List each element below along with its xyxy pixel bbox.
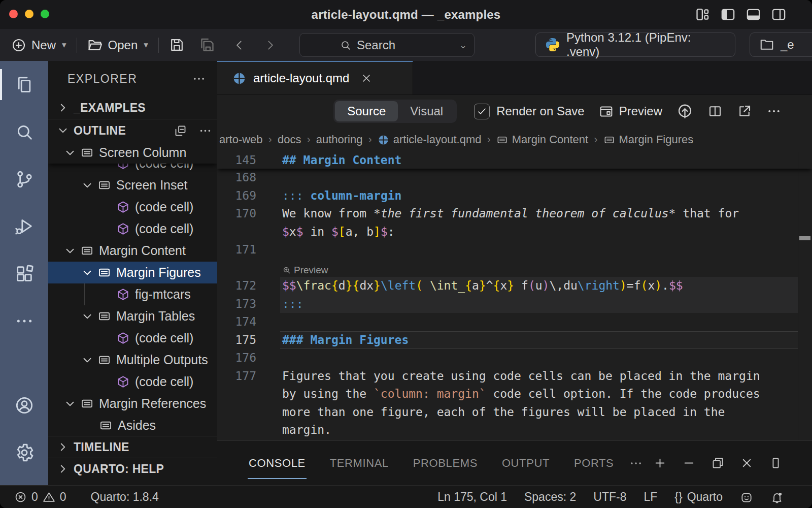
codelens-preview[interactable]: Preview [217, 259, 812, 277]
activity-debug[interactable] [0, 203, 48, 250]
outline-item-code-cell[interactable]: (code cell) [48, 371, 217, 393]
outline-item-margin-content[interactable]: Margin Content [48, 240, 217, 262]
breadcrumb-item[interactable]: Margin Content [496, 133, 588, 146]
breadcrumb-item[interactable]: docs [278, 133, 301, 146]
chevron-down-icon [81, 266, 94, 279]
more-actions-icon[interactable] [766, 104, 782, 119]
panel-tab-console[interactable]: CONSOLE [236, 441, 318, 485]
status-feedback[interactable] [740, 491, 753, 504]
toolbar-separator [158, 38, 159, 53]
collapse-all-icon[interactable] [174, 124, 187, 138]
visual-mode-button[interactable]: Visual [398, 101, 455, 121]
open-button[interactable]: Open ▾ [87, 37, 148, 53]
save-all-icon[interactable] [199, 37, 216, 53]
panel-tab-terminal[interactable]: TERMINAL [318, 441, 401, 485]
outline-item-margin-references[interactable]: Margin References [48, 393, 217, 415]
split-editor-icon[interactable] [707, 104, 723, 119]
code-line-wrap: $x$ in $[a, b]$: [217, 223, 812, 241]
render-on-save-checkbox[interactable]: Render on Save [474, 104, 584, 119]
more-actions-icon[interactable] [192, 72, 206, 86]
workspace-folder-button[interactable]: _e [750, 33, 812, 57]
code-line-wrap: margin. [217, 421, 812, 439]
open-external-icon[interactable] [737, 104, 752, 119]
more-actions-icon[interactable] [629, 456, 643, 470]
status-spaces-2[interactable]: Spaces: 2 [524, 490, 576, 504]
line-text: ::: column-margin [282, 187, 401, 205]
outline-item-screen-inset[interactable]: Screen Inset [48, 174, 217, 196]
status-ln-175-col-1[interactable]: Ln 175, Col 1 [437, 490, 507, 504]
breadcrumb-item[interactable]: article-layout.qmd [378, 133, 482, 146]
save-icon[interactable] [169, 37, 185, 53]
activity-files[interactable] [0, 61, 48, 108]
breadcrumb-item[interactable]: arto-web [219, 133, 263, 146]
editor-toolbar: Source Visual Render on Save Preview [217, 95, 812, 128]
quarto-version-status[interactable]: Quarto: 1.8.4 [91, 490, 159, 504]
window-title: article-layout.qmd — _examples [0, 0, 812, 29]
new-button[interactable]: New ▾ [11, 38, 66, 53]
toggle-panel-icon[interactable] [746, 7, 761, 22]
line-number [217, 403, 256, 422]
breadcrumb-item[interactable]: authoring [316, 133, 363, 146]
more-actions-icon[interactable] [198, 124, 212, 138]
chevron-down-icon [81, 354, 94, 367]
publish-icon[interactable] [676, 103, 693, 120]
panel-tabs: CONSOLETERMINALPROBLEMSOUTPUTPORTS [236, 441, 626, 485]
back-icon[interactable] [233, 39, 246, 52]
tab-article-layout[interactable]: article-layout.qmd [217, 61, 413, 94]
interpreter-selector[interactable]: Python 3.12.1 (PipEnv: .venv) [535, 33, 735, 57]
close-tab-icon[interactable] [360, 72, 373, 84]
activity-settings[interactable] [0, 429, 48, 476]
outline-item-multiple-outputs[interactable]: Multiple Outputs [48, 349, 217, 371]
search-input[interactable]: Search ⌄ [299, 33, 475, 57]
section-timeline[interactable]: TIMELINE [48, 436, 217, 458]
restore-icon[interactable] [711, 456, 725, 470]
activity-account[interactable] [0, 382, 48, 429]
line-text: by using the `column: margin` code cell … [282, 385, 760, 403]
plus-icon[interactable] [653, 456, 667, 470]
status-lf[interactable]: LF [644, 490, 657, 504]
code-editor[interactable]: 145 ## Margin Content 168169::: column-m… [217, 152, 812, 440]
symbol-icon [496, 134, 508, 146]
status-utf-8[interactable]: UTF-8 [593, 490, 626, 504]
panel-tab-problems[interactable]: PROBLEMS [401, 441, 490, 485]
minus-icon[interactable] [682, 456, 696, 470]
outline-item-fig-mtcars[interactable]: fig-mtcars [48, 283, 217, 305]
sticky-line-text: ## Margin Content [282, 152, 401, 169]
forward-icon[interactable] [263, 39, 277, 52]
breadcrumb-label: Margin Figures [619, 133, 694, 146]
editor-tab-bar: article-layout.qmd [217, 61, 812, 95]
outline-item-code-cell[interactable]: (code cell) [48, 218, 217, 240]
scrollbar-thumb[interactable] [799, 236, 810, 240]
outline-item-label: fig-mtcars [135, 287, 191, 302]
section-outline[interactable]: OUTLINE [48, 119, 217, 142]
outline-item-code-cell[interactable]: (code cell) [48, 327, 217, 349]
panel-rect-icon[interactable] [769, 456, 783, 470]
plus-circle-icon [11, 38, 26, 53]
toggle-secondary-sidebar-icon[interactable] [771, 7, 787, 22]
status-bell[interactable] [770, 491, 784, 504]
breadcrumb-item[interactable]: Margin Figures [603, 133, 694, 146]
custom-layout-icon[interactable] [695, 7, 710, 22]
activity-search[interactable] [0, 108, 48, 155]
outline-tree: Screen Column(code cell)Screen Inset(cod… [48, 142, 217, 436]
section-examples[interactable]: _EXAMPLES [48, 97, 217, 119]
status-label: Quarto [687, 490, 723, 504]
panel-tab-ports[interactable]: PORTS [562, 441, 626, 485]
outline-item-screen-column[interactable]: Screen Column [48, 142, 217, 164]
sticky-scroll-line[interactable]: 145 ## Margin Content [217, 152, 812, 169]
activity-more[interactable] [0, 297, 48, 344]
activity-extensions[interactable] [0, 250, 48, 297]
section-quarto-help[interactable]: QUARTO: HELP [48, 458, 217, 485]
source-mode-button[interactable]: Source [335, 101, 398, 121]
activity-source-control[interactable] [0, 155, 48, 203]
outline-item-code-cell[interactable]: (code cell) [48, 196, 217, 218]
close-panel-icon[interactable] [740, 456, 754, 470]
outline-item-margin-figures[interactable]: Margin Figures [48, 262, 217, 283]
status-quarto[interactable]: {}Quarto [674, 490, 723, 504]
outline-item-asides[interactable]: Asides [48, 415, 217, 436]
preview-button[interactable]: Preview [599, 104, 662, 119]
outline-item-margin-tables[interactable]: Margin Tables [48, 305, 217, 327]
problems-status[interactable]: 0 0 [14, 490, 66, 504]
toggle-sidebar-icon[interactable] [720, 7, 736, 22]
panel-tab-output[interactable]: OUTPUT [490, 441, 562, 485]
